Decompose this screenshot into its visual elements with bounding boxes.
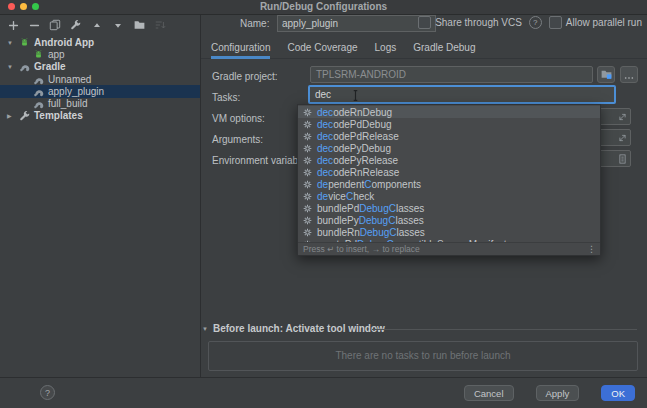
gear-icon — [303, 203, 313, 213]
tasks-label: Tasks: — [212, 92, 240, 103]
completion-hint: Press ↵ to insert, → to replace — [303, 244, 420, 254]
android-icon — [32, 49, 45, 60]
ellipsis-icon — [624, 66, 634, 84]
gear-icon — [303, 107, 313, 117]
gear-icon — [303, 143, 313, 153]
completion-item[interactable]: bundlePdDebugClasses — [298, 202, 600, 214]
gradle-project-more-button[interactable] — [620, 66, 638, 83]
completion-item[interactable]: decodeRnDebug — [298, 106, 600, 118]
completion-item-label: deviceCheck — [317, 191, 374, 202]
before-launch-empty-text: There are no tasks to run before launch — [209, 350, 637, 361]
gradle-project-browse-button[interactable] — [597, 66, 615, 83]
cancel-button[interactable]: Cancel — [464, 385, 514, 401]
configurations-toolbar — [6, 18, 167, 32]
name-value: apply_plugin — [282, 18, 338, 29]
before-launch-divider — [372, 329, 637, 330]
completion-item-label: decodePdRelease — [317, 131, 399, 142]
gear-icon — [303, 215, 313, 225]
tree-item-templates[interactable]: ▶Templates — [0, 109, 200, 122]
name-label: Name: — [240, 18, 269, 29]
completion-item[interactable]: decodePdRelease — [298, 130, 600, 142]
share-through-vcs-checkbox[interactable] — [418, 16, 431, 29]
arguments-label: Arguments: — [212, 134, 263, 145]
tree-item-label: Templates — [34, 110, 83, 121]
completion-item-label: decodePdDebug — [317, 119, 392, 130]
apply-button[interactable]: Apply — [536, 385, 580, 401]
dialog-footer: ? Cancel Apply OK — [0, 377, 647, 408]
chevron-down-icon[interactable]: ▼ — [202, 326, 208, 332]
expand-field-icon[interactable] — [618, 133, 627, 142]
tree-item-label: app — [48, 49, 65, 60]
completion-item[interactable]: decodePyDebug — [298, 142, 600, 154]
edit-templates-button[interactable] — [69, 19, 83, 32]
move-down-button[interactable] — [111, 19, 125, 32]
tree-item-label: Android App — [34, 37, 94, 48]
gradle-project-value: TPLSRM-ANDROID — [316, 69, 406, 80]
tab-configuration[interactable]: Configuration — [211, 42, 270, 59]
header-checkboxes: Share through VCS ? Allow parallel run — [418, 16, 642, 29]
completion-item[interactable]: deviceCheck — [298, 190, 600, 202]
tab-logs[interactable]: Logs — [375, 42, 397, 59]
share-through-vcs-label: Share through VCS — [435, 17, 522, 28]
task-completion-popup: decodeRnDebugdecodePdDebugdecodePdReleas… — [297, 104, 601, 256]
gear-icon — [303, 131, 313, 141]
completion-item[interactable]: decodePyRelease — [298, 154, 600, 166]
allow-parallel-run-label: Allow parallel run — [566, 17, 642, 28]
gradle-icon — [32, 87, 45, 97]
config-tabs: ConfigurationCode CoverageLogsGradle Deb… — [211, 42, 475, 59]
before-launch-title: Before launch: Activate tool window — [213, 323, 385, 334]
tab-gradle-debug[interactable]: Gradle Debug — [413, 42, 475, 59]
completion-item-label: dependentComponents — [317, 179, 421, 190]
completion-item[interactable]: bundlePyDebugClasses — [298, 214, 600, 226]
chevron-down-icon[interactable]: ▼ — [5, 64, 18, 70]
gradle-project-input[interactable]: TPLSRM-ANDROID — [310, 66, 593, 83]
tree-item-label: Unnamed — [48, 74, 91, 85]
browse-variables-icon[interactable] — [618, 153, 627, 164]
completion-status-bar: Press ↵ to insert, → to replace ⋮ — [298, 242, 600, 255]
completion-item[interactable]: decodeRnRelease — [298, 166, 600, 178]
run-debug-configurations-dialog: Run/Debug Configurations ▼Android Appapp… — [0, 0, 647, 408]
tree-item-gradle[interactable]: ▼Gradle — [0, 60, 200, 73]
completion-item[interactable]: bundleRnDebugClasses — [298, 226, 600, 238]
completion-item[interactable]: decodePdDebug — [298, 118, 600, 130]
vm-options-label: VM options: — [212, 113, 265, 124]
wrench-icon — [18, 110, 31, 122]
android-icon — [18, 37, 31, 48]
name-input[interactable]: apply_plugin — [277, 15, 436, 32]
ok-button[interactable]: OK — [601, 385, 635, 401]
tab-code-coverage[interactable]: Code Coverage — [287, 42, 357, 59]
tree-item-label: full_build — [48, 98, 87, 109]
help-label: ? — [45, 388, 50, 398]
add-configuration-button[interactable] — [6, 19, 20, 32]
footer-buttons: Cancel Apply OK — [464, 385, 635, 401]
remove-configuration-button[interactable] — [27, 19, 41, 32]
completion-item-label: decodeRnDebug — [317, 107, 392, 118]
gear-icon — [303, 179, 313, 189]
configurations-sidebar: ▼Android Appapp▼GradleUnnamedapply_plugi… — [0, 15, 201, 378]
move-up-button[interactable] — [90, 19, 104, 32]
gear-icon — [303, 155, 313, 165]
completion-item-label: bundlePyDebugClasses — [317, 215, 424, 226]
completion-item-label: decodePyDebug — [317, 143, 391, 154]
completion-item[interactable]: dependentComponents — [298, 178, 600, 190]
configurations-tree: ▼Android Appapp▼GradleUnnamedapply_plugi… — [0, 36, 200, 378]
copy-configuration-button[interactable] — [48, 19, 62, 32]
folder-icon — [600, 66, 613, 84]
gear-icon — [303, 119, 313, 129]
completion-item-label: bundlePdDebugClasses — [317, 203, 424, 214]
gradle-icon — [32, 99, 45, 109]
help-button[interactable]: ? — [40, 385, 55, 400]
gear-icon — [303, 191, 313, 201]
chevron-down-icon[interactable]: ▼ — [5, 40, 18, 46]
chevron-right-icon[interactable]: ▶ — [5, 112, 18, 119]
completion-item-label: decodePyRelease — [317, 155, 398, 166]
expand-field-icon[interactable] — [618, 112, 627, 121]
share-vcs-help-icon[interactable]: ? — [529, 16, 542, 29]
titlebar: Run/Debug Configurations — [0, 0, 647, 15]
more-options-icon[interactable]: ⋮ — [587, 244, 595, 254]
create-folder-button[interactable] — [132, 19, 146, 32]
allow-parallel-run-checkbox[interactable] — [549, 16, 562, 29]
gradle-icon — [32, 75, 45, 85]
completion-item-label: bundleRnDebugClasses — [317, 227, 425, 238]
gradle-project-label: Gradle project: — [212, 71, 278, 82]
